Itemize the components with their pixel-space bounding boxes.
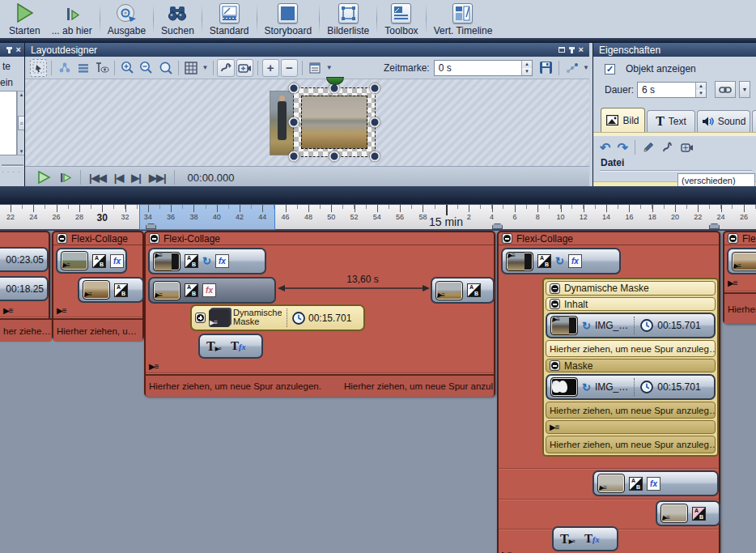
- ausgabe-button[interactable]: Ausgabe: [102, 0, 151, 38]
- layoutdesigner-titlebar[interactable]: Layoutdesigner ×: [25, 43, 589, 57]
- camera-pan-button[interactable]: [236, 59, 253, 77]
- object-thumbnail[interactable]: ▶≡: [435, 281, 463, 300]
- object-thumbnail[interactable]: ▶≡: [61, 251, 88, 270]
- spin-down-icon[interactable]: ▼: [696, 90, 706, 97]
- motion-path-tool-button[interactable]: [217, 59, 234, 77]
- timeline-object[interactable]: ▶≡ ↻ IMG_… 00:15.701: [546, 313, 716, 338]
- prev-frame-button[interactable]: |◀: [114, 172, 124, 184]
- block-header[interactable]: Flexi-Collage: [146, 232, 494, 245]
- track-icon[interactable]: ▶≡: [57, 306, 66, 315]
- object-start-marker[interactable]: [146, 223, 156, 229]
- timeline-object[interactable]: ▶≡ ↻ IMG_… 00:15.701: [546, 374, 716, 400]
- selection-handle[interactable]: [370, 151, 380, 162]
- text-object[interactable]: T▶≡ Tfx: [552, 526, 618, 551]
- select-tool-button[interactable]: [30, 59, 47, 77]
- go-to-end-button[interactable]: ▶▶|: [149, 172, 166, 184]
- timeline-object[interactable]: 00:18.25: [0, 276, 49, 301]
- save-view-button[interactable]: [537, 59, 554, 77]
- rotation-icon[interactable]: ↻: [202, 256, 211, 266]
- vert-timeline-view-button[interactable]: Vert. Timeline: [428, 0, 499, 38]
- collapse-icon[interactable]: [57, 233, 67, 244]
- zoom-fit-icon[interactable]: [156, 59, 173, 77]
- track-icon[interactable]: ▶≡: [728, 279, 737, 287]
- mask-thumbnail[interactable]: ▶≡: [550, 377, 578, 397]
- link-duration-button[interactable]: [715, 81, 736, 98]
- timeline-ruler[interactable]: 15 min 222426283032343638404244464850525…: [0, 204, 756, 231]
- preview-canvas[interactable]: [25, 79, 589, 166]
- object-thumbnail[interactable]: ▶≡: [83, 280, 110, 300]
- file-list-fragment[interactable]: [0, 91, 17, 155]
- left-panel-titlebar[interactable]: ×: [0, 43, 24, 57]
- pin-visibility-button[interactable]: [93, 59, 110, 77]
- selection-handle[interactable]: [289, 117, 299, 128]
- object-thumbnail[interactable]: ▶≡: [506, 252, 533, 271]
- collapse-icon[interactable]: [550, 299, 560, 309]
- maximize-icon[interactable]: [559, 47, 565, 53]
- rotation-icon[interactable]: ↻: [555, 256, 564, 266]
- ruler-selection-range[interactable]: [139, 205, 275, 230]
- collapse-icon[interactable]: [728, 233, 738, 244]
- transition-icon[interactable]: [537, 254, 551, 268]
- tab-bild[interactable]: Bild: [601, 108, 645, 132]
- rotation-icon[interactable]: ↻: [582, 321, 591, 331]
- transition-icon[interactable]: [92, 254, 106, 268]
- motion-dropdown-icon[interactable]: ▼: [583, 64, 589, 71]
- effect-icon[interactable]: fx: [202, 283, 216, 297]
- rotation-icon[interactable]: ↻: [582, 382, 591, 393]
- bilderliste-view-button[interactable]: Bilderliste: [321, 0, 375, 38]
- new-track-drop-zone[interactable]: her ziehe…: [0, 318, 52, 342]
- effect-icon[interactable]: fx: [568, 254, 582, 268]
- timeline-object-selected[interactable]: ▶≡ fx: [148, 277, 276, 304]
- camera-pan-icon[interactable]: [680, 142, 694, 154]
- collapse-icon[interactable]: [550, 283, 560, 294]
- landscape-photo-object[interactable]: [301, 96, 367, 149]
- track-icon[interactable]: ▶≡: [149, 362, 159, 371]
- spin-up-icon[interactable]: ▲: [522, 61, 532, 68]
- object-start-marker[interactable]: [709, 223, 720, 229]
- dynamic-mask-group[interactable]: Dynamische Maske Inhalt ▶≡ ↻ IMG_… 00:15…: [542, 278, 719, 457]
- undo-icon[interactable]: ↶: [600, 140, 610, 155]
- starten-button[interactable]: Starten: [3, 0, 46, 38]
- new-track-drop-zone[interactable]: Hierher: [724, 292, 756, 324]
- object-thumbnail[interactable]: ▶≡: [153, 281, 181, 300]
- timeline-object[interactable]: ▶≡ fx: [56, 248, 127, 274]
- link-dropdown-button[interactable]: ▼: [739, 81, 750, 98]
- collapse-icon[interactable]: [502, 233, 512, 244]
- pin-icon[interactable]: [8, 47, 11, 53]
- inhalt-header[interactable]: Inhalt: [546, 297, 716, 311]
- zoom-plus-button[interactable]: +: [262, 59, 279, 77]
- objekt-anzeigen-checkbox[interactable]: ✓: [605, 64, 615, 74]
- transition-icon[interactable]: [185, 254, 198, 268]
- object-thumbnail[interactable]: ▶≡: [597, 474, 625, 493]
- grid-dropdown-icon[interactable]: ▼: [202, 64, 209, 71]
- ab-hier-button[interactable]: ... ab hier: [46, 0, 98, 38]
- close-icon[interactable]: ×: [16, 46, 21, 53]
- selection-handle[interactable]: [329, 151, 340, 162]
- close-icon[interactable]: ×: [579, 46, 584, 53]
- selection-handle[interactable]: [370, 83, 380, 94]
- track-list-button[interactable]: [307, 59, 324, 77]
- timeline-object[interactable]: ▶≡: [727, 248, 756, 274]
- block-header[interactable]: Flexi-Collage: [53, 232, 142, 245]
- suchen-button[interactable]: Suchen: [155, 0, 200, 38]
- effect-icon[interactable]: fx: [647, 477, 660, 491]
- object-thumbnail[interactable]: ▶≡: [153, 252, 181, 271]
- zoom-minus-button[interactable]: −: [281, 59, 298, 77]
- track-row[interactable]: ▶≡: [546, 420, 716, 434]
- selection-handle[interactable]: [370, 117, 380, 128]
- timeline-object[interactable]: 00:23.05: [0, 247, 49, 272]
- block-header[interactable]: Flexi-Collage: [724, 232, 756, 245]
- edit-pencil-icon[interactable]: [642, 141, 655, 154]
- object-thumbnail[interactable]: ▶≡: [660, 504, 688, 523]
- transition-icon[interactable]: [185, 283, 198, 297]
- timeline-block-flexi-collage[interactable]: Flexi-Collage ▶≡ fx ▶≡ ▶≡ Hierher ziehen…: [52, 231, 144, 340]
- redo-icon[interactable]: ↷: [617, 140, 627, 155]
- track-list-dropdown-icon[interactable]: ▼: [326, 64, 333, 71]
- expand-icon[interactable]: [195, 313, 206, 323]
- new-track-drop-zone[interactable]: Hierher ziehen, um neue Spur anzuleg…: [546, 340, 716, 357]
- object-start-marker[interactable]: [492, 223, 503, 229]
- timeline-block-flexi-collage[interactable]: Flexi-Collage ▶≡ ↻ fx Dynamische Maske I…: [497, 231, 720, 553]
- scroll-up-icon[interactable]: ▲: [19, 92, 24, 97]
- timeline-object[interactable]: ▶≡ fx: [592, 470, 719, 496]
- effect-icon[interactable]: fx: [215, 254, 229, 268]
